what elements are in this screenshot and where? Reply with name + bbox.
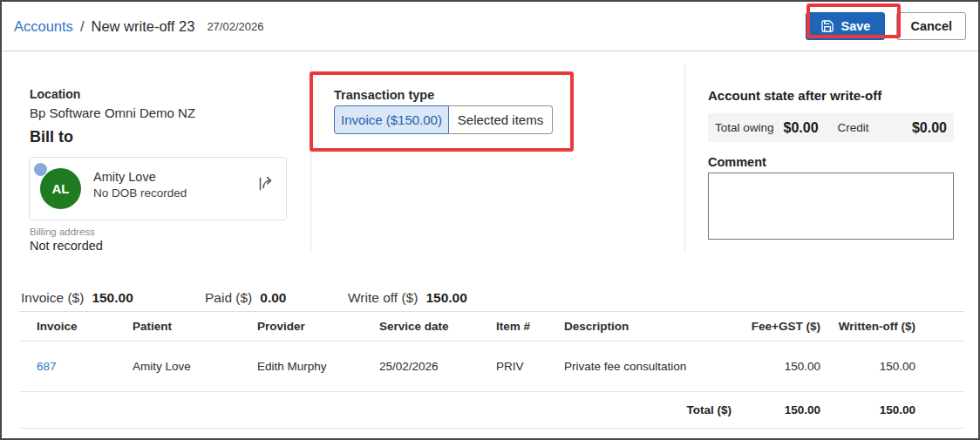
invoice-number-link[interactable]: 687 [37,360,57,373]
location-label: Location [30,87,80,101]
cell-provider: Edith Murphy [240,342,362,392]
patient-dob-note: No DOB recorded [93,186,187,200]
table-header-row: Invoice Patient Provider Service date It… [19,312,964,342]
save-icon [820,19,834,33]
toggle-invoice[interactable]: Invoice ($150.00) [334,105,449,134]
credit-value: $0.00 [912,120,947,136]
billing-address-value: Not recorded [30,239,103,253]
summary-writeoff-value: 150.00 [425,290,466,306]
table-total-row: Total ($) 150.00 150.00 [19,392,964,429]
total-owing-value: $0.00 [784,120,819,136]
column-divider-right [684,64,685,252]
cell-description: Private fee consultation [547,342,738,392]
col-written-off: Written-off ($) [820,312,915,342]
total-owing-label: Total owing [715,121,774,134]
patient-avatar: AL [40,168,81,209]
col-fee-gst: Fee+GST ($) [738,312,820,342]
location-value: Bp Software Omni Demo NZ [30,105,195,120]
top-bar: Accounts / New write-off 23 27/02/2026 S… [2,2,978,51]
cell-fee-gst: 150.00 [738,342,820,392]
page-title: New write-off 23 [91,18,194,35]
account-state-strip: Total owing $0.00 Credit $0.00 [708,113,954,142]
write-off-date: 27/02/2026 [207,20,263,33]
comment-label: Comment [708,155,766,169]
write-off-page: Accounts / New write-off 23 27/02/2026 S… [0,0,980,440]
col-patient: Patient [115,312,240,342]
cell-patient: Amity Love [115,342,240,392]
save-button[interactable]: Save [806,12,886,40]
summary-invoice-label: Invoice ($) [21,290,84,306]
transaction-type-label: Transaction type [334,88,434,102]
bill-to-heading: Bill to [30,128,73,146]
column-divider-left [310,64,311,252]
summary-paid-label: Paid ($) [205,290,252,306]
breadcrumb-separator: / [80,18,85,35]
write-off-summary: Invoice ($) 150.00 Paid ($) 0.00 Write o… [21,290,467,306]
write-off-items-table: Invoice Patient Provider Service date It… [19,311,964,429]
account-state-heading: Account state after write-off [708,88,881,103]
col-provider: Provider [240,312,362,342]
billing-address-label: Billing address [30,227,95,237]
cell-item: PRIV [479,342,547,392]
credit-label: Credit [838,121,869,134]
col-invoice: Invoice [19,312,115,342]
total-fee-gst: 150.00 [738,392,820,429]
top-bar-actions: Save Cancel [806,12,966,40]
share-arrow-icon[interactable] [255,174,275,193]
cell-written-off: 150.00 [820,342,915,392]
summary-paid-value: 0.00 [260,290,286,306]
total-label: Total ($) [19,392,738,429]
comment-input[interactable] [708,173,954,240]
summary-invoice-value: 150.00 [92,290,133,306]
patient-card: AL Amity Love No DOB recorded [29,157,287,220]
table-row: 687 Amity Love Edith Murphy 25/02/2026 P… [19,342,964,392]
total-written-off: 150.00 [820,392,915,429]
patient-name: Amity Love [93,170,156,184]
col-description: Description [547,312,738,342]
summary-writeoff-label: Write off ($) [348,290,418,306]
cancel-button[interactable]: Cancel [896,12,966,40]
breadcrumb: Accounts / New write-off 23 [14,18,194,35]
toggle-selected-items[interactable]: Selected items [449,105,553,134]
col-item: Item # [479,312,547,342]
status-dot-icon [34,163,47,176]
transaction-type-toggle: Invoice ($150.00) Selected items [334,105,553,134]
breadcrumb-accounts-link[interactable]: Accounts [14,18,73,35]
col-service-date: Service date [362,312,479,342]
cell-service-date: 25/02/2026 [362,342,479,392]
save-button-label: Save [841,19,871,33]
